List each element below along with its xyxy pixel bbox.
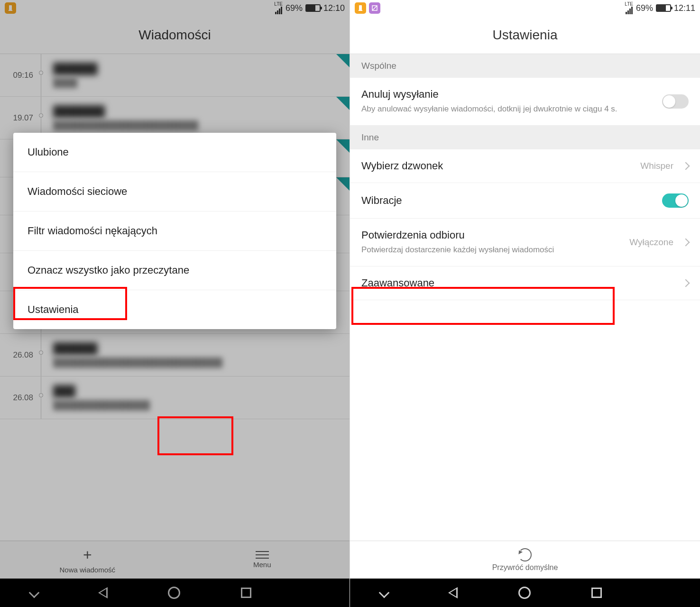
nav-back-icon[interactable] xyxy=(98,587,108,598)
page-title: Ustawienia xyxy=(350,16,700,54)
nav-collapse-icon[interactable] xyxy=(378,588,389,598)
android-nav-bar xyxy=(0,579,350,607)
setting-vibration[interactable]: Wibracje xyxy=(350,183,700,219)
bottom-toolbar: + Nowa wiadomość Menu xyxy=(0,541,350,579)
battery-percent: 69% xyxy=(286,3,303,13)
message-row[interactable]: 09:16 ██████ ████ xyxy=(0,54,350,97)
app-icon xyxy=(355,2,366,14)
signal-icon xyxy=(626,7,633,14)
section-other: Inne xyxy=(350,126,700,149)
phone-left: LTE 69% 12:10 Wiadomości 09:16 ██████ ██… xyxy=(0,0,350,607)
menu-settings[interactable]: Ustawienia xyxy=(13,290,336,329)
svg-rect-3 xyxy=(359,10,362,11)
setting-cancel-send[interactable]: Anuluj wysyłanie Aby anulować wysyłanie … xyxy=(350,78,700,126)
setting-ringtone[interactable]: Wybierz dzwonek Whisper xyxy=(350,149,700,183)
signal-icon xyxy=(275,7,282,14)
highlight-menu xyxy=(157,416,233,455)
nav-back-icon[interactable] xyxy=(448,587,458,598)
svg-rect-0 xyxy=(9,5,12,10)
phone-right: LTE 69% 12:11 Ustawienia Wspólne Anuluj … xyxy=(350,0,700,607)
app-icon xyxy=(5,2,16,14)
network-type: LTE xyxy=(274,2,283,7)
nav-home-icon[interactable] xyxy=(168,587,180,599)
message-row[interactable]: 26.08 ██████ ███████████████████████████… xyxy=(0,334,350,377)
clock: 12:11 xyxy=(674,3,695,13)
toggle-vibration[interactable] xyxy=(662,193,689,208)
menu-mark-all-read[interactable]: Oznacz wszystko jako przeczytane xyxy=(13,251,336,290)
nav-home-icon[interactable] xyxy=(518,587,531,599)
menu-network-messages[interactable]: Wiadomości sieciowe xyxy=(13,172,336,212)
chevron-right-icon xyxy=(682,162,690,170)
hamburger-icon xyxy=(256,551,269,559)
section-common: Wspólne xyxy=(350,54,700,78)
chevron-right-icon xyxy=(682,279,690,287)
menu-button[interactable]: Menu xyxy=(175,541,350,579)
android-nav-bar xyxy=(350,579,700,607)
page-title: Wiadomości xyxy=(0,16,350,54)
status-bar: LTE 69% 12:11 xyxy=(350,0,700,16)
chevron-right-icon xyxy=(682,238,690,246)
settings-list[interactable]: Wspólne Anuluj wysyłanie Aby anulować wy… xyxy=(350,54,700,300)
setting-advanced[interactable]: Zaawansowane xyxy=(350,267,700,300)
network-type: LTE xyxy=(625,2,633,7)
unread-indicator xyxy=(336,97,350,110)
toggle-cancel-send[interactable] xyxy=(662,94,689,109)
svg-rect-2 xyxy=(359,5,362,10)
svg-line-5 xyxy=(372,6,377,10)
unread-indicator xyxy=(336,54,350,67)
battery-icon xyxy=(656,4,671,12)
delivery-value: Wyłączone xyxy=(629,237,673,248)
ringtone-value: Whisper xyxy=(640,161,673,171)
clock: 12:10 xyxy=(323,3,345,13)
svg-rect-1 xyxy=(9,10,12,11)
new-message-button[interactable]: + Nowa wiadomość xyxy=(0,541,175,579)
app-icon-2 xyxy=(369,2,380,14)
nav-recent-icon[interactable] xyxy=(241,588,251,598)
restore-defaults-button[interactable]: Przywróć domyślne xyxy=(350,541,700,579)
battery-icon xyxy=(305,4,321,12)
menu-harassment-filter[interactable]: Filtr wiadomości nękających xyxy=(13,212,336,251)
menu-favorites[interactable]: Ulubione xyxy=(13,133,336,172)
setting-delivery-receipts[interactable]: Potwierdzenia odbioru Potwierdzaj dostar… xyxy=(350,219,700,267)
message-row[interactable]: 26.08 ███ ████████████████ xyxy=(0,377,350,419)
battery-percent: 69% xyxy=(636,3,653,13)
status-bar: LTE 69% 12:10 xyxy=(0,0,350,16)
plus-icon: + xyxy=(83,546,92,564)
context-menu: Ulubione Wiadomości sieciowe Filtr wiado… xyxy=(13,133,336,329)
restore-icon xyxy=(518,548,532,561)
nav-collapse-icon[interactable] xyxy=(28,588,39,598)
unread-indicator xyxy=(336,177,350,191)
unread-indicator xyxy=(336,139,350,153)
nav-recent-icon[interactable] xyxy=(591,588,602,598)
